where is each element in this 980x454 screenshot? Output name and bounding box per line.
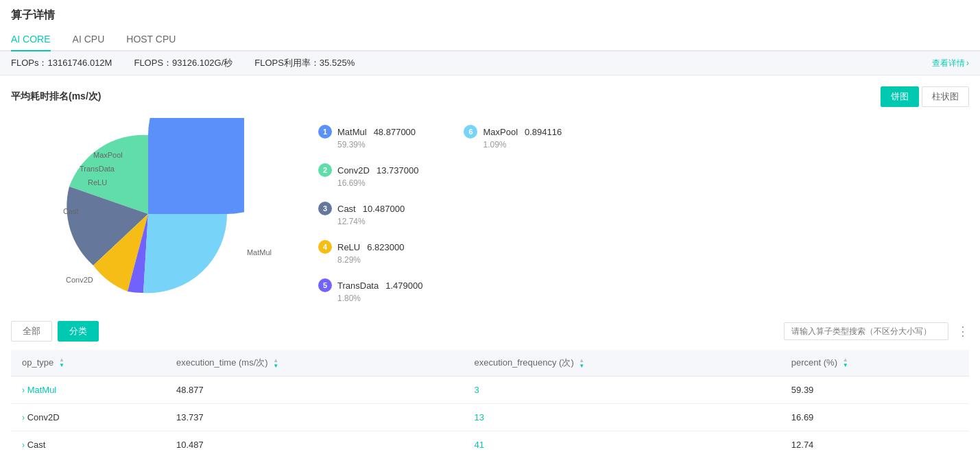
pie-label-matmul: MatMul [247, 248, 272, 256]
stat-flops-usage: FLOPS利用率：35.525% [254, 57, 355, 69]
chart-section: 平均耗时排名(ms/次) 饼图 柱状图 MaxPool TransData Re… [0, 75, 980, 321]
legend-item-relu: 4 ReLU 6.823000 8.29% [318, 240, 422, 265]
pie-chart: MaxPool TransData ReLU Cast Conv2D MatMu… [52, 118, 244, 310]
cell-execution-time: 13.737 [165, 404, 464, 431]
table-header-row: op_type ▲▼ execution_time (ms/次) ▲▼ exec… [11, 350, 969, 377]
table-section: 全部 分类 ⋮ op_type ▲▼ execution_time (ms/次)… [0, 321, 980, 454]
legend-item-matmul: 1 MatMul 48.877000 59.39% [318, 125, 422, 150]
cell-op-type[interactable]: MatMul [27, 385, 57, 395]
arrow-right-icon: › [966, 58, 969, 68]
table-filter-bar: 全部 分类 ⋮ [11, 321, 969, 342]
pie-label-relu: ReLU [88, 178, 107, 187]
table-row: › MatMul 48.877 3 59.39 [11, 377, 969, 404]
stats-bar: FLOPs：13161746.012M FLOPS：93126.102G/秒 F… [0, 51, 980, 75]
col-header-execution-freq: execution_frequency (次) ▲▼ [463, 350, 780, 377]
legend-container: 1 MatMul 48.877000 59.39% 2 Conv2D 13.73… [318, 125, 569, 303]
stat-flops: FLOPs：13161746.012M [11, 57, 112, 69]
table-row: › Conv2D 13.737 13 16.69 [11, 404, 969, 431]
search-input[interactable] [784, 322, 948, 340]
cell-execution-freq: 41 [463, 431, 780, 455]
filter-category-button[interactable]: 分类 [58, 321, 99, 342]
chart-title: 平均耗时排名(ms/次) [11, 91, 101, 103]
page-title: 算子详情 [0, 0, 980, 28]
pie-label-conv2d: Conv2D [66, 276, 93, 284]
cell-expand[interactable]: › MatMul [11, 377, 165, 404]
cell-execution-freq: 3 [463, 377, 780, 404]
cell-expand[interactable]: › Cast [11, 431, 165, 455]
cell-op-type: Cast [27, 440, 46, 450]
col-header-percent: percent (%) ▲▼ [780, 350, 969, 377]
legend-item-maxpool: 6 MaxPool 0.894116 1.09% [464, 125, 568, 150]
pie-label-maxpool: MaxPool [93, 151, 123, 159]
view-detail-link[interactable]: 查看详情 › [932, 58, 969, 69]
pie-chart-button[interactable]: 饼图 [881, 86, 919, 107]
chart-container: MaxPool TransData ReLU Cast Conv2D MatMu… [11, 118, 969, 310]
filter-all-button[interactable]: 全部 [11, 321, 52, 342]
chart-header: 平均耗时排名(ms/次) 饼图 柱状图 [11, 86, 969, 107]
col-header-execution-time: execution_time (ms/次) ▲▼ [165, 350, 464, 377]
cell-percent: 59.39 [780, 377, 969, 404]
tabs-bar: AI CORE AI CPU HOST CPU [0, 28, 980, 51]
chart-type-buttons: 饼图 柱状图 [881, 86, 969, 107]
pie-label-cast: Cast [63, 207, 79, 215]
legend-item-transdata: 5 TransData 1.479000 1.80% [318, 278, 422, 303]
bar-chart-button[interactable]: 柱状图 [922, 86, 969, 107]
more-icon[interactable]: ⋮ [957, 324, 969, 339]
cell-execution-time: 10.487 [165, 431, 464, 455]
legend-item-conv2d: 2 Conv2D 13.737000 16.69% [318, 163, 422, 188]
tab-ai-cpu[interactable]: AI CPU [73, 28, 105, 51]
cell-percent: 12.74 [780, 431, 969, 455]
table-row: › Cast 10.487 41 12.74 [11, 431, 969, 455]
cell-op-type: Conv2D [27, 412, 60, 422]
data-table: op_type ▲▼ execution_time (ms/次) ▲▼ exec… [11, 350, 969, 454]
tab-ai-core[interactable]: AI CORE [11, 28, 51, 51]
col-header-op-type: op_type ▲▼ [11, 350, 165, 377]
legend-grid: 1 MatMul 48.877000 59.39% 2 Conv2D 13.73… [318, 125, 569, 303]
cell-execution-time: 48.877 [165, 377, 464, 404]
legend-item-cast: 3 Cast 10.487000 12.74% [318, 202, 422, 226]
tab-host-cpu[interactable]: HOST CPU [126, 28, 176, 51]
cell-percent: 16.69 [780, 404, 969, 431]
stat-flops-rate: FLOPS：93126.102G/秒 [134, 57, 232, 69]
cell-expand[interactable]: › Conv2D [11, 404, 165, 431]
cell-execution-freq: 13 [463, 404, 780, 431]
pie-label-transdata: TransData [80, 165, 115, 173]
